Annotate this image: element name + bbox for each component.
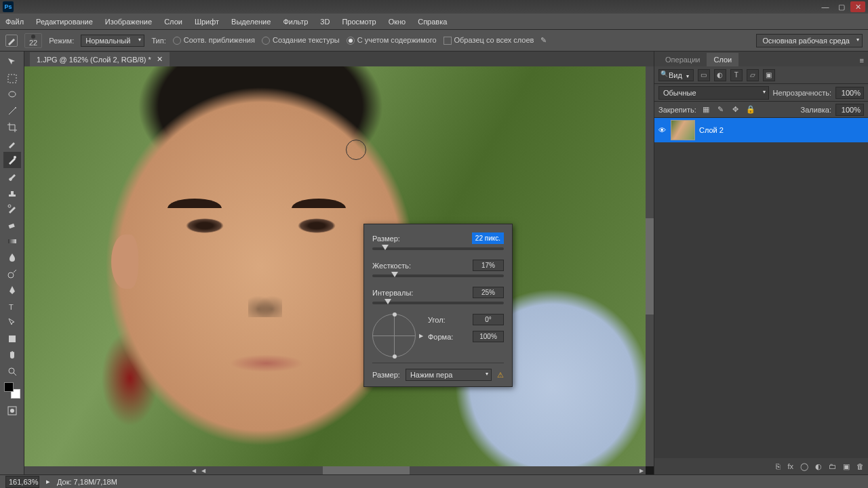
arrow-left-icon[interactable]: ◀ bbox=[190, 466, 198, 474]
panel-menu-icon[interactable]: ≡ bbox=[856, 54, 868, 66]
dodge-tool[interactable] bbox=[3, 266, 21, 282]
opacity-field[interactable]: 100% bbox=[835, 87, 864, 99]
wand-tool[interactable] bbox=[3, 103, 21, 119]
arrow-right-icon[interactable]: ▶ bbox=[637, 466, 646, 474]
brush-preset-picker[interactable]: 22 bbox=[24, 33, 42, 48]
menu-3d[interactable]: 3D bbox=[320, 18, 330, 26]
zoom-field[interactable]: 161,63% bbox=[5, 476, 39, 488]
type-texture-radio[interactable]: Создание текстуры bbox=[262, 36, 340, 45]
menu-window[interactable]: Окно bbox=[389, 18, 406, 26]
spacing-field[interactable]: 25% bbox=[473, 287, 504, 298]
layer-name[interactable]: Слой 2 bbox=[699, 126, 724, 134]
roundness-field[interactable]: 100% bbox=[473, 331, 504, 342]
healing-brush-tool[interactable] bbox=[3, 152, 21, 168]
svg-point-9 bbox=[8, 272, 14, 278]
adjustment-layer-icon[interactable]: ◐ bbox=[815, 462, 822, 471]
lock-transparent-icon[interactable]: ▦ bbox=[701, 104, 711, 115]
tab-layers[interactable]: Слои bbox=[707, 53, 738, 66]
close-button[interactable]: ✕ bbox=[850, 1, 865, 12]
maximize-button[interactable]: ▢ bbox=[834, 1, 849, 12]
layer-row[interactable]: 👁 Слой 2 bbox=[654, 118, 868, 142]
menu-type[interactable]: Шрифт bbox=[195, 18, 219, 26]
menu-edit[interactable]: Редактирование bbox=[36, 18, 93, 26]
tab-actions[interactable]: Операции bbox=[658, 53, 707, 66]
brush-size-value: 22 bbox=[29, 39, 37, 47]
filter-type-icon[interactable]: T bbox=[730, 69, 743, 81]
status-arrow-icon[interactable]: ▸ bbox=[46, 477, 50, 486]
roundness-label: Форма: bbox=[428, 333, 453, 341]
menu-file[interactable]: Файл bbox=[5, 18, 24, 26]
workspace-select[interactable]: Основная рабочая среда bbox=[756, 34, 863, 47]
menu-help[interactable]: Справка bbox=[418, 18, 447, 26]
filter-smart-icon[interactable]: ▣ bbox=[763, 69, 775, 81]
type-proximity-radio[interactable]: Соотв. приближения bbox=[173, 36, 255, 45]
current-tool-icon[interactable] bbox=[5, 35, 18, 47]
hardness-label: Жесткость: bbox=[372, 262, 411, 270]
arrow-left-icon[interactable]: ◀ bbox=[199, 466, 208, 474]
spacing-label: Интервалы: bbox=[372, 289, 413, 297]
blend-mode-select[interactable]: Обычные bbox=[658, 86, 769, 100]
filter-pixel-icon[interactable]: ▭ bbox=[698, 69, 710, 81]
gradient-tool[interactable] bbox=[3, 233, 21, 249]
menu-select[interactable]: Выделение bbox=[231, 18, 271, 26]
size-slider[interactable] bbox=[372, 247, 504, 250]
shape-tool[interactable] bbox=[3, 331, 21, 347]
link-layers-icon[interactable]: ⎘ bbox=[776, 462, 781, 470]
angle-wheel[interactable]: ▶ bbox=[372, 314, 416, 357]
new-layer-icon[interactable]: ▣ bbox=[843, 462, 850, 471]
filter-shape-icon[interactable]: ▱ bbox=[747, 69, 759, 81]
eyedropper-tool[interactable] bbox=[3, 136, 21, 152]
type-content-radio[interactable]: С учетом содержимого bbox=[347, 36, 437, 45]
lock-pixels-icon[interactable]: ✎ bbox=[715, 104, 726, 115]
layer-fx-icon[interactable]: fx bbox=[787, 462, 793, 470]
type-tool[interactable]: T bbox=[3, 298, 21, 314]
minimize-button[interactable]: — bbox=[818, 1, 833, 12]
stamp-tool[interactable] bbox=[3, 184, 21, 201]
hardness-field[interactable]: 17% bbox=[473, 260, 504, 271]
layer-kind-select[interactable]: Вид bbox=[658, 69, 694, 81]
lasso-tool[interactable] bbox=[3, 87, 21, 103]
visibility-icon[interactable]: 👁 bbox=[657, 125, 667, 135]
horizontal-scrollbar[interactable]: ◀ ◀ ▶ bbox=[24, 466, 646, 474]
size-field[interactable]: 22 пикс. bbox=[472, 232, 504, 244]
pressure-icon[interactable]: ✎ bbox=[540, 36, 547, 45]
close-tab-icon[interactable]: ✕ bbox=[157, 55, 163, 64]
filter-adjust-icon[interactable]: ◐ bbox=[714, 69, 726, 81]
hardness-slider[interactable] bbox=[372, 274, 504, 277]
menu-filter[interactable]: Фильтр bbox=[283, 18, 308, 26]
fill-field[interactable]: 100% bbox=[835, 104, 864, 116]
mode-select[interactable]: Нормальный bbox=[81, 35, 144, 47]
layer-mask-icon[interactable]: ◯ bbox=[800, 462, 808, 471]
marquee-tool[interactable] bbox=[3, 70, 21, 87]
layer-thumbnail[interactable] bbox=[671, 120, 695, 140]
menu-layers[interactable]: Слои bbox=[164, 18, 182, 26]
document-tab[interactable]: 1.JPG @ 162% (Слой 2, RGB/8) * ✕ bbox=[30, 52, 170, 66]
menu-view[interactable]: Просмотр bbox=[342, 18, 376, 26]
crop-tool[interactable] bbox=[3, 119, 21, 136]
panel-tabs: Операции Слои ≡ bbox=[654, 52, 868, 66]
menu-image[interactable]: Изображение bbox=[105, 18, 152, 26]
hand-tool[interactable] bbox=[3, 347, 21, 363]
group-icon[interactable]: 🗀 bbox=[829, 462, 836, 470]
size-label: Размер: bbox=[372, 235, 400, 243]
quick-mask-toggle[interactable] bbox=[3, 403, 21, 419]
sample-all-checkbox[interactable]: Образец со всех слоев bbox=[443, 36, 534, 45]
move-tool[interactable] bbox=[3, 54, 21, 70]
angle-field[interactable]: 0° bbox=[473, 314, 504, 325]
eraser-tool[interactable] bbox=[3, 217, 21, 233]
lock-position-icon[interactable]: ✥ bbox=[730, 104, 741, 115]
brush-settings-popup: Размер: 22 пикс. Жесткость: 17% Интервал… bbox=[363, 224, 513, 387]
spacing-slider[interactable] bbox=[372, 302, 504, 304]
lock-all-icon[interactable]: 🔒 bbox=[745, 104, 756, 115]
vertical-scrollbar[interactable] bbox=[646, 66, 654, 466]
zoom-tool[interactable] bbox=[3, 363, 21, 380]
blur-tool[interactable] bbox=[3, 249, 21, 266]
brush-tool[interactable] bbox=[3, 168, 21, 184]
history-brush-tool[interactable] bbox=[3, 201, 21, 217]
pen-tool[interactable] bbox=[3, 282, 21, 298]
delete-layer-icon[interactable]: 🗑 bbox=[856, 462, 864, 470]
path-select-tool[interactable] bbox=[3, 314, 21, 331]
canvas[interactable]: Размер: 22 пикс. Жесткость: 17% Интервал… bbox=[24, 66, 654, 474]
color-swatches[interactable] bbox=[4, 382, 20, 399]
size-source-select[interactable]: Нажим пера bbox=[406, 369, 492, 381]
